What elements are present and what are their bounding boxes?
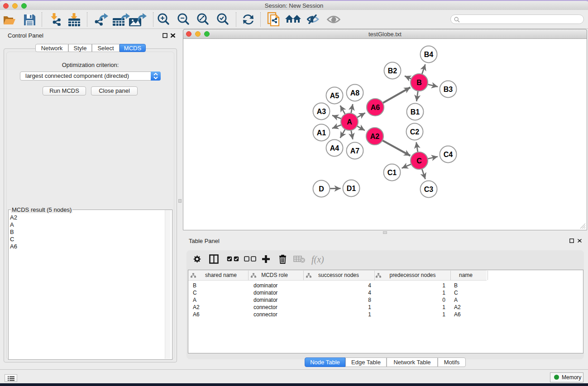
svg-text:C1: C1	[387, 169, 397, 176]
svg-text:A8: A8	[350, 89, 360, 97]
svg-text:A3: A3	[317, 108, 326, 115]
svg-text:A6: A6	[371, 104, 380, 111]
svg-text:C3: C3	[424, 186, 434, 193]
svg-text:C: C	[416, 157, 422, 165]
svg-text:B: B	[416, 79, 422, 86]
svg-text:D1: D1	[347, 185, 356, 192]
svg-text:C2: C2	[410, 128, 420, 136]
svg-text:A4: A4	[330, 144, 339, 152]
svg-text:B2: B2	[388, 67, 397, 75]
svg-text:B4: B4	[424, 51, 434, 58]
svg-text:C4: C4	[444, 151, 453, 158]
svg-text:A1: A1	[317, 129, 326, 137]
svg-text:A2: A2	[370, 133, 380, 140]
svg-text:B1: B1	[411, 108, 420, 116]
svg-text:A5: A5	[330, 92, 339, 100]
svg-text:D: D	[319, 185, 324, 193]
svg-text:A: A	[347, 118, 352, 126]
svg-text:B3: B3	[444, 86, 453, 93]
svg-text:A7: A7	[350, 147, 360, 155]
